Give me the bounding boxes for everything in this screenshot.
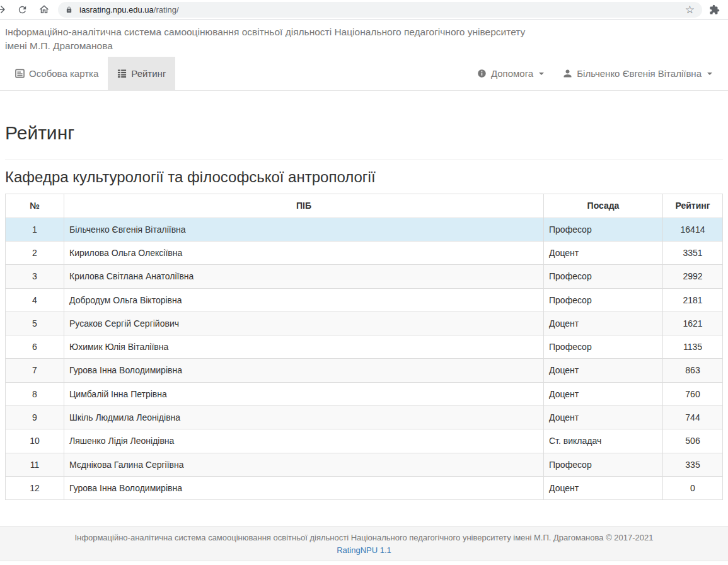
row-name: Мєднікова Галина Сергіївна [64,453,544,476]
footer-copyright: Інформаційно-аналітична система самооцін… [6,533,722,542]
row-position: Професор [544,218,663,241]
user-dropdown[interactable]: Більченко Євгенія Віталіївна [553,57,722,90]
column-header-number: № [6,194,64,218]
row-name: Шкіль Людмила Леонідівна [64,406,544,429]
help-dropdown[interactable]: Допомога [468,57,553,90]
version-link[interactable]: RatingNPU 1.1 [337,545,391,555]
home-button[interactable] [38,4,50,15]
nav-right: Допомога Більченко Євгенія Віталіївна [468,57,728,90]
row-name: Цимбалій Інна Петрівна [64,382,544,405]
table-row: 4 Добродум Ольга Вікторівна Професор 218… [6,288,723,312]
row-position: Професор [544,288,663,312]
table-row: 12 Гурова Інна Володимирівна Доцент 0 [6,476,723,499]
reload-button[interactable] [17,4,28,15]
chevron-down-icon [539,73,544,75]
row-position: Доцент [544,382,663,405]
row-rating: 335 [663,453,723,476]
row-position: Доцент [544,241,663,264]
main-navbar: Особова картка Рейтинг Допомога Більченк… [0,57,728,91]
row-name: Кирилова Ольга Олексіївна [64,241,544,264]
column-header-name: ПІБ [64,194,544,218]
user-name-label: Більченко Євгенія Віталіївна [577,68,702,79]
url-path: /rating/ [154,5,179,15]
help-label: Допомога [491,68,533,79]
row-number: 4 [6,288,64,312]
row-name: Русаков Сергій Сергійович [64,312,544,335]
row-name: Гурова Інна Володимирівна [64,476,544,499]
tab-rating[interactable]: Рейтинг [108,57,175,90]
row-number: 9 [6,406,64,429]
row-position: Ст. викладач [544,429,663,453]
row-number: 1 [6,218,64,241]
table-row: 1 Більченко Євгенія Віталіївна Професор … [6,218,723,241]
row-number: 2 [6,241,64,264]
row-name: Більченко Євгенія Віталіївна [64,218,544,241]
row-position: Доцент [544,359,663,382]
list-icon [117,69,127,78]
address-bar[interactable]: iasrating.npu.edu.ua/rating/ ☆ [58,2,702,18]
lock-icon [66,6,72,14]
row-number: 11 [6,453,64,476]
row-name: Ляшенко Лідія Леонідівна [64,429,544,453]
tab-label: Рейтинг [131,68,166,79]
info-icon [477,69,487,78]
row-position: Доцент [544,476,663,499]
department-title: Кафедра культурології та філософської ан… [5,168,723,186]
site-footer: Інформаційно-аналітична система самооцін… [0,526,728,561]
table-row: 9 Шкіль Людмила Леонідівна Доцент 744 [6,406,723,429]
table-row: 8 Цимбалій Інна Петрівна Доцент 760 [6,382,723,405]
puzzle-icon [709,4,720,15]
row-number: 12 [6,476,64,499]
row-position: Професор [544,265,663,288]
reload-icon [17,4,28,15]
row-rating: 506 [663,429,723,453]
rating-table-header: № ПІБ Посада Рейтинг [6,194,723,218]
row-name: Добродум Ольга Вікторівна [64,288,544,312]
page-title: Рейтинг [5,122,723,160]
row-rating: 1135 [663,335,723,359]
row-rating: 760 [663,382,723,405]
url-domain: iasrating.npu.edu.ua [79,5,154,15]
url-text: iasrating.npu.edu.ua/rating/ [79,5,685,15]
table-row: 7 Гурова Інна Володимирівна Доцент 863 [6,359,723,382]
row-name: Юхимик Юлія Віталіївна [64,335,544,359]
table-row: 10 Ляшенко Лідія Леонідівна Ст. викладач… [6,429,723,453]
row-number: 10 [6,429,64,453]
table-row: 3 Крилова Світлана Анатоліївна Професор … [6,265,723,288]
row-name: Гурова Інна Володимирівна [64,359,544,382]
extensions-button[interactable] [709,4,720,15]
row-rating: 0 [663,476,723,499]
forward-button[interactable] [0,4,8,15]
row-position: Доцент [544,406,663,429]
site-title: Інформаційно-аналітична система самооцін… [5,25,547,52]
row-number: 7 [6,359,64,382]
home-icon [38,4,50,15]
chevron-down-icon [707,73,712,75]
row-rating: 3351 [663,241,723,264]
row-rating: 863 [663,359,723,382]
rating-table: № ПІБ Посада Рейтинг 1 Більченко Євгенія… [5,194,723,500]
rating-table-body: 1 Більченко Євгенія Віталіївна Професор … [6,218,723,500]
row-rating: 744 [663,406,723,429]
column-header-rating: Рейтинг [663,194,723,218]
row-number: 5 [6,312,64,335]
arrow-forward-icon [1,4,7,15]
bookmark-star-icon[interactable]: ☆ [685,4,695,15]
main-content: Рейтинг Кафедра культурології та філософ… [0,122,728,500]
row-rating: 1621 [663,312,723,335]
row-number: 6 [6,335,64,359]
browser-toolbar: iasrating.npu.edu.ua/rating/ ☆ [0,0,728,20]
card-icon [15,69,25,78]
table-row: 6 Юхимик Юлія Віталіївна Професор 1135 [6,335,723,359]
row-name: Крилова Світлана Анатоліївна [64,265,544,288]
tab-label: Особова картка [29,68,98,79]
table-row: 5 Русаков Сергій Сергійович Доцент 1621 [6,312,723,335]
row-rating: 2992 [663,265,723,288]
tab-personal-card[interactable]: Особова картка [6,57,108,90]
row-rating: 2181 [663,288,723,312]
row-number: 3 [6,265,64,288]
row-rating: 16414 [663,218,723,241]
row-number: 8 [6,382,64,405]
row-position: Професор [544,335,663,359]
site-header: Інформаційно-аналітична система самооцін… [0,20,728,57]
